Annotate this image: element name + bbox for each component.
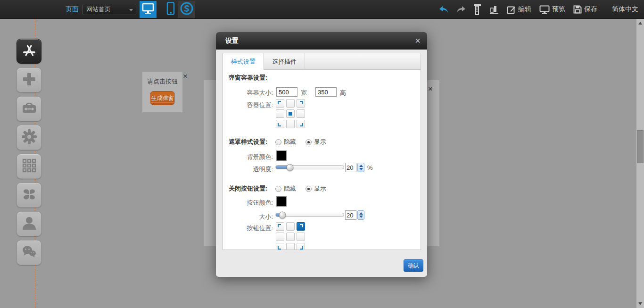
app-market-icon (21, 42, 38, 61)
position-cell[interactable] (286, 99, 295, 108)
position-cell[interactable] (276, 109, 284, 118)
container-width-input[interactable] (276, 87, 297, 97)
position-cell[interactable] (297, 222, 305, 231)
position-cell[interactable] (297, 233, 305, 241)
mask-hide-option[interactable]: 隐藏 (275, 138, 296, 146)
stats-button[interactable] (489, 5, 499, 14)
position-cell[interactable] (297, 120, 305, 128)
close-hide-option[interactable]: 隐藏 (275, 184, 296, 193)
close-size-label: 大小: (229, 213, 273, 221)
scroll-down-icon[interactable] (638, 302, 642, 305)
slider-handle[interactable] (279, 211, 286, 218)
sidebar-item-settings[interactable] (17, 125, 41, 150)
sidebar-item-toolbox[interactable] (17, 96, 41, 121)
grid-icon (21, 157, 38, 176)
preview-button[interactable]: 预览 (539, 5, 565, 14)
position-cell[interactable] (297, 243, 305, 250)
modal-close-icon[interactable]: × (415, 36, 421, 45)
scroll-up-icon[interactable] (638, 22, 642, 25)
close-size-slider[interactable] (275, 213, 344, 217)
position-cell[interactable] (286, 120, 295, 128)
bar-chart-icon (489, 5, 499, 14)
confirm-button[interactable]: 确认 (404, 259, 423, 272)
user-icon (21, 215, 38, 233)
close-size-stepper[interactable] (357, 210, 364, 220)
link-mode-button[interactable] (178, 1, 195, 18)
modal-tabbar: 样式设置 选择插件 (223, 53, 421, 70)
height-unit-label: 高 (340, 89, 346, 97)
modal-header[interactable]: 设置 × (216, 32, 427, 50)
position-cell[interactable] (297, 99, 305, 108)
desktop-view-button[interactable] (140, 1, 157, 18)
ruler-button[interactable] (474, 4, 481, 15)
top-toolbar: 页面 网站首页 编辑 (0, 0, 644, 19)
position-cell[interactable] (297, 109, 305, 118)
save-label: 保存 (584, 5, 597, 14)
page-dropdown[interactable]: 网站首页 (83, 4, 136, 15)
sidebar-item-wechat[interactable] (17, 240, 41, 265)
edit-button[interactable]: 编辑 (507, 5, 531, 14)
widget-close-icon[interactable]: × (183, 72, 188, 80)
close-show-label: 显示 (314, 184, 326, 193)
modal-title: 设置 (225, 32, 239, 50)
mobile-view-button[interactable] (162, 1, 179, 18)
tab-style-settings[interactable]: 样式设置 (223, 53, 264, 70)
page-label: 页面 (66, 5, 79, 14)
stepper-up-icon[interactable] (359, 212, 363, 215)
undo-button[interactable] (439, 6, 448, 13)
sidebar-item-app-market[interactable] (17, 39, 41, 64)
close-color-swatch[interactable] (276, 196, 287, 207)
position-cell[interactable] (276, 120, 284, 128)
radio-icon[interactable] (275, 139, 281, 145)
phone-icon (166, 2, 175, 17)
position-cell[interactable] (286, 233, 295, 241)
sidebar-item-add[interactable] (17, 67, 41, 92)
save-button[interactable]: 保存 (573, 5, 597, 14)
position-cell[interactable] (276, 243, 284, 250)
language-switcher[interactable]: 简体中文 (612, 5, 638, 14)
position-cell[interactable] (276, 99, 284, 108)
position-cell[interactable] (276, 233, 284, 241)
button-position-label: 按钮位置: (229, 224, 273, 233)
slider-handle[interactable] (287, 164, 294, 171)
mask-color-label: 背景颜色: (229, 153, 273, 161)
popup-trigger-widget[interactable]: 请点击按钮 生成弹窗 (142, 72, 182, 112)
container-position-label: 容器位置: (229, 101, 273, 109)
stepper-up-icon[interactable] (359, 165, 363, 167)
edit-pencil-icon (507, 5, 516, 14)
sidebar-item-grid[interactable] (17, 154, 41, 179)
close-show-option[interactable]: 显示 (305, 184, 326, 193)
width-unit-label: 宽 (301, 89, 307, 97)
close-size-input[interactable] (345, 210, 356, 220)
monitor-icon (142, 3, 154, 16)
modal-content: 弹窗容器设置: 容器大小: 宽 高 容器位置: 遮罩样式设置: 隐藏 显示 背 (223, 70, 421, 250)
preview-monitor-icon (539, 5, 550, 14)
opacity-slider[interactable] (275, 165, 344, 169)
mask-show-option[interactable]: 显示 (305, 138, 326, 146)
mask-color-swatch[interactable] (276, 150, 287, 161)
tab-select-plugin[interactable]: 选择插件 (264, 53, 305, 70)
position-cell[interactable] (286, 109, 295, 118)
opacity-value-input[interactable] (345, 163, 356, 172)
container-height-input[interactable] (315, 87, 337, 97)
scrollbar-thumb[interactable] (637, 130, 644, 163)
ruler-icon (474, 4, 481, 15)
sidebar-item-components[interactable] (17, 183, 41, 208)
opacity-stepper[interactable] (357, 163, 364, 172)
position-cell[interactable] (286, 243, 295, 250)
circle-s-icon (180, 1, 194, 17)
undo-icon (439, 6, 448, 13)
position-cell[interactable] (286, 222, 295, 231)
generate-popup-button[interactable]: 生成弹窗 (150, 91, 175, 105)
position-cell[interactable] (276, 222, 284, 231)
radio-icon[interactable] (305, 186, 312, 192)
radio-icon[interactable] (305, 139, 312, 145)
stepper-down-icon[interactable] (359, 216, 363, 218)
radio-icon[interactable] (275, 186, 281, 192)
sidebar-item-user[interactable] (17, 211, 41, 236)
stepper-down-icon[interactable] (359, 168, 363, 170)
page-scrollbar[interactable] (636, 19, 644, 308)
container-position-grid (276, 99, 305, 128)
redo-button[interactable] (456, 6, 466, 13)
panel-close-icon[interactable]: × (428, 85, 433, 93)
